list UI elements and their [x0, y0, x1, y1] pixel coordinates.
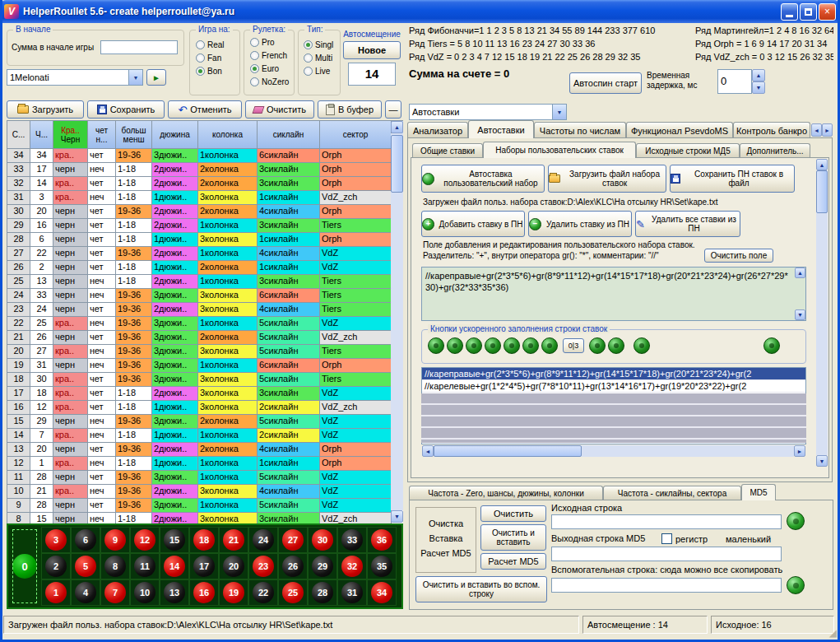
md5-calc-button[interactable]: Расчет MD5 — [480, 553, 546, 570]
table-row[interactable]: 3434кра..чет19-363дюжи..1колонка6сиклайн… — [7, 149, 403, 163]
table-row[interactable]: 1718кра..чет1-182дюжи..3колонка3сиклайнV… — [7, 387, 403, 401]
table-row[interactable]: 1931черннеч19-363дюжи..1колонка6сиклайнO… — [7, 359, 403, 373]
board-number-18[interactable]: 18 — [189, 527, 219, 553]
board-number-8[interactable]: 8 — [100, 553, 130, 579]
md5-clear-paste-aux-button[interactable]: Очистить и вставить во вспом. строку — [415, 576, 547, 602]
radio-french[interactable]: French — [250, 51, 287, 60]
board-number-7[interactable]: 7 — [100, 579, 130, 606]
chevron-down-icon[interactable]: ▼ — [128, 70, 142, 85]
table-header-cell[interactable]: сиклайн — [258, 121, 320, 149]
table-header-cell[interactable]: сектор — [320, 121, 392, 149]
md5-source-input[interactable] — [551, 514, 782, 529]
table-row[interactable]: 121кра..неч1-181дюжи..1колонка1сиклайнOr… — [7, 457, 403, 471]
clear-button[interactable]: Очистить — [245, 100, 314, 119]
tab-freq-sixlines[interactable]: Частота - сиклайны, сектора — [603, 486, 741, 500]
edit-scroll-up-button[interactable]: ▲ — [795, 268, 805, 278]
tab-scroll-left-button[interactable]: ◄ — [811, 123, 822, 137]
board-number-24[interactable]: 24 — [248, 527, 278, 553]
board-number-5[interactable]: 5 — [71, 553, 100, 579]
board-number-17[interactable]: 17 — [189, 553, 219, 579]
undo-button[interactable]: ↶Отменить — [168, 100, 242, 119]
spinner-up-button[interactable]: ▲ — [752, 69, 765, 81]
clear-field-button[interactable]: Очистить поле — [704, 249, 773, 263]
table-row[interactable]: 2027кра..неч19-363дюжи..3колонка5сиклайн… — [7, 345, 403, 359]
board-number-11[interactable]: 11 — [130, 553, 160, 579]
quick-bet-chip-7[interactable] — [541, 337, 558, 354]
board-number-4[interactable]: 4 — [71, 579, 100, 606]
stakes-list-item[interactable]: //кареправые+gr(2*3*5*6)+gr(8*9*11*12)+g… — [422, 368, 805, 380]
table-row[interactable]: 3020чернчет19-362дюжи..2колонка4сиклайнO… — [7, 205, 403, 219]
radio-bon[interactable]: Bon — [196, 67, 222, 76]
board-number-9[interactable]: 9 — [100, 527, 130, 553]
table-row[interactable]: 147кра..неч1-181дюжи..1колонка2сиклайнVd… — [7, 429, 403, 443]
tab-psevdoms[interactable]: Функционал PsevdoMS — [626, 122, 733, 138]
board-number-16[interactable]: 16 — [189, 579, 219, 606]
collapse-button[interactable]: — — [385, 100, 401, 119]
board-number-0[interactable]: 0 — [10, 527, 39, 606]
play-strategy-button[interactable]: ► — [146, 69, 166, 86]
table-row[interactable]: 1320чернчет19-362дюжи..2колонка4сиклайнO… — [7, 443, 403, 457]
md5-output-input[interactable] — [551, 547, 782, 561]
table-row[interactable]: 313кра..неч1-181дюжи..3колонка1сиклайнVd… — [7, 191, 403, 205]
board-number-22[interactable]: 22 — [248, 579, 278, 606]
table-row[interactable]: 2513черннеч1-182дюжи..1колонка3сиклайнTi… — [7, 275, 403, 289]
table-header-cell[interactable]: большменш — [116, 121, 152, 149]
board-number-32[interactable]: 32 — [337, 553, 367, 579]
tab-bankroll-control[interactable]: Контроль банкро — [733, 122, 810, 138]
delete-stake-button[interactable]: −Удалить ставку из ПН — [528, 211, 632, 237]
board-number-1[interactable]: 1 — [41, 579, 71, 606]
radio-live[interactable]: Live — [304, 67, 330, 76]
table-row[interactable]: 1128чернчет19-363дюжи..1колонка5сиклайнV… — [7, 471, 403, 485]
subtab-user-stake-sets[interactable]: Наборы пользовательских ставок — [483, 142, 636, 158]
add-stake-button[interactable]: +Добавить ставку в ПН — [421, 211, 525, 237]
radio-singl[interactable]: Singl — [304, 40, 333, 49]
table-row[interactable]: 2126чернчет19-363дюжи..2колонка5сиклайнV… — [7, 331, 403, 345]
quick-bet-chip-8[interactable] — [589, 337, 606, 354]
resize-grip[interactable]: ◢ — [829, 627, 837, 639]
to-buffer-button[interactable]: В буфер — [318, 100, 382, 119]
tab-number-freq[interactable]: Частоты по числам — [534, 122, 626, 138]
table-row[interactable]: 2916чернчет1-182дюжи..1колонка3сиклайнTi… — [7, 219, 403, 233]
subtab-common-stakes[interactable]: Общие ставки — [412, 143, 483, 158]
table-header-cell[interactable]: С... — [7, 121, 30, 149]
board-number-14[interactable]: 14 — [160, 553, 189, 579]
board-number-31[interactable]: 31 — [337, 579, 367, 606]
md5-source-action-button[interactable] — [787, 512, 805, 530]
subtab-md5-sources[interactable]: Исходные строки МД5 — [636, 143, 740, 158]
board-number-30[interactable]: 30 — [308, 527, 337, 553]
strategy-combo[interactable]: 1Melonati ▼ — [7, 69, 143, 86]
board-number-13[interactable]: 13 — [160, 579, 189, 606]
board-number-21[interactable]: 21 — [219, 527, 248, 553]
board-number-26[interactable]: 26 — [278, 553, 308, 579]
board-number-25[interactable]: 25 — [278, 579, 308, 606]
table-row[interactable]: 1612кра..чет1-181дюжи..3колонка2сиклайнV… — [7, 401, 403, 415]
board-number-20[interactable]: 20 — [219, 553, 248, 579]
panel-scroll-up-button[interactable]: ▲ — [816, 159, 828, 170]
md5-clear-button[interactable]: Очистить — [480, 505, 546, 522]
board-number-29[interactable]: 29 — [308, 553, 337, 579]
table-scroll-up-button[interactable]: ▲ — [391, 121, 403, 133]
stakes-edit-field[interactable]: //кареправые+gr(2*3*5*6)+gr(8*9*11*12)+g… — [421, 267, 806, 321]
board-number-28[interactable]: 28 — [308, 579, 337, 606]
table-row[interactable]: 2433черннеч19-363дюжи..3колонка6сиклайнT… — [7, 289, 403, 303]
table-row[interactable]: 2722чернчет19-362дюжи..1колонка4сиклайнV… — [7, 247, 403, 261]
radio-real[interactable]: Real — [196, 40, 225, 49]
tab-scroll-right-button[interactable]: ► — [822, 123, 833, 137]
save-button[interactable]: Сохранить — [87, 100, 165, 119]
table-row[interactable]: 3214кра..чет1-182дюжи..2колонка3сиклайнO… — [7, 177, 403, 191]
board-number-27[interactable]: 27 — [278, 527, 308, 553]
start-sum-input[interactable] — [100, 40, 178, 54]
table-row[interactable]: 286чернчет1-181дюжи..3колонка1сиклайнOrp… — [7, 233, 403, 247]
tab-md5[interactable]: MD5 — [741, 484, 776, 500]
board-number-34[interactable]: 34 — [367, 579, 397, 606]
chevron-down-icon[interactable]: ▼ — [552, 105, 566, 119]
quick-bet-chip-9[interactable] — [608, 337, 624, 354]
board-number-35[interactable]: 35 — [367, 553, 397, 579]
table-row[interactable]: 928чернчет19-363дюжи..1колонка5сиклайнVd… — [7, 499, 403, 513]
autospin-start-button[interactable]: Автоспин старт — [569, 72, 642, 94]
tab-analyzer[interactable]: Анализатор — [407, 122, 468, 138]
table-scrollbar-thumb[interactable] — [391, 135, 403, 193]
quick-bet-chip-2[interactable] — [447, 337, 463, 354]
quick-bet-chip-11[interactable] — [763, 337, 780, 354]
radio-multi[interactable]: Multi — [304, 54, 332, 63]
